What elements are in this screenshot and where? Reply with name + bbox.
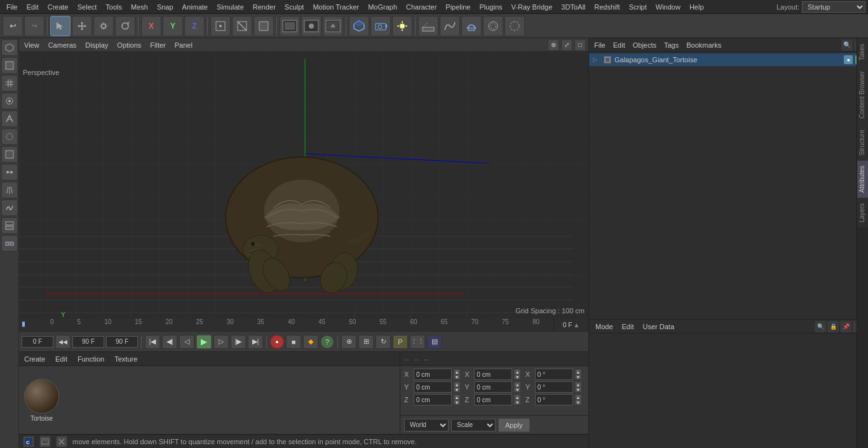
tl-goto-end-btn[interactable]: ▶| [248, 335, 263, 349]
attr-tab-userdata[interactable]: User Data [641, 322, 677, 332]
select-tool-button[interactable] [50, 16, 71, 36]
scale-tool-button[interactable] [93, 16, 114, 36]
coord-size-y-up[interactable]: ▲ [514, 382, 520, 387]
z-axis-button[interactable]: Z [184, 16, 205, 36]
deformer-button[interactable] [461, 16, 482, 36]
layout-dropdown[interactable]: Startup [802, 1, 865, 13]
coord-size-y-spin[interactable]: ▲ ▼ [514, 382, 520, 392]
vp-menu-filter[interactable]: Filter [147, 40, 168, 50]
vp-maximize-btn[interactable]: □ [574, 39, 586, 51]
menu-snap[interactable]: Snap [153, 2, 177, 12]
scale-dropdown[interactable]: Scale [451, 419, 496, 431]
obj-expand-tortoise[interactable]: ▷ [593, 57, 600, 63]
menu-sculpt[interactable]: Sculpt [281, 2, 308, 12]
menu-mograph[interactable]: MoGraph [364, 2, 401, 12]
y-axis-button[interactable]: Y [163, 16, 183, 36]
material-ball-tortoise[interactable] [24, 379, 59, 414]
tl-prev-frame-btn[interactable]: ◀| [162, 335, 177, 349]
coord-pos-y-down[interactable]: ▼ [454, 387, 460, 392]
obj-row-tortoise[interactable]: ▷ Galapagos_Giant_Tortoise ■ ■ [589, 53, 868, 66]
mat-menu-edit[interactable]: Edit [53, 354, 70, 364]
tl-prev-keyframe-btn[interactable]: ◁ [179, 335, 194, 349]
vp-menu-display[interactable]: Display [83, 40, 111, 50]
mat-menu-function[interactable]: Function [75, 354, 107, 364]
menu-animate[interactable]: Animate [179, 2, 212, 12]
coord-rot-y-field[interactable] [535, 381, 573, 393]
coord-size-z-up[interactable]: ▲ [514, 395, 520, 400]
coord-size-x-spin[interactable]: ▲ ▼ [514, 369, 520, 379]
sculpt-brush-button[interactable] [505, 16, 525, 36]
tl-scale-tool-btn[interactable]: ⊞ [358, 335, 374, 349]
attr-search-btn[interactable]: 🔍 [815, 321, 826, 332]
coord-pos-y-up[interactable]: ▲ [454, 382, 460, 387]
sidebar-sculpt[interactable] [1, 128, 18, 145]
coord-rot-z-down[interactable]: ▼ [575, 400, 581, 405]
obj-menu-file[interactable]: File [592, 40, 608, 50]
menu-help[interactable]: Help [686, 2, 708, 12]
menu-redshift[interactable]: Redshift [590, 2, 623, 12]
sidebar-polygon-mode[interactable] [1, 57, 18, 74]
menu-select[interactable]: Select [74, 2, 101, 12]
tl-move-tool-btn[interactable]: ⊕ [341, 335, 356, 349]
sidebar-mograph[interactable] [1, 235, 18, 252]
vp-menu-panel[interactable]: Panel [172, 40, 195, 50]
menu-render[interactable]: Render [249, 2, 280, 12]
obj-tag-blue[interactable]: ■ [844, 55, 853, 64]
coord-pos-z-spin[interactable]: ▲ ▼ [454, 395, 460, 405]
menu-mesh[interactable]: Mesh [127, 2, 152, 12]
tl-preset-btn[interactable]: P [393, 335, 408, 349]
mat-menu-create[interactable]: Create [22, 354, 48, 364]
obj-list[interactable]: ▷ Galapagos_Giant_Tortoise ■ ■ [589, 52, 868, 319]
coord-rot-z-up[interactable]: ▲ [575, 395, 581, 400]
tl-record-btn[interactable]: ● [270, 335, 284, 349]
vp-move-btn[interactable]: ⤢ [561, 39, 573, 51]
tl-rotate-tool-btn[interactable]: ↻ [376, 335, 391, 349]
world-dropdown[interactable]: World [404, 419, 449, 431]
sidebar-grid-mode[interactable] [1, 75, 18, 92]
coord-pos-x-field[interactable] [414, 369, 452, 380]
vp-lock-btn[interactable]: ⊕ [548, 39, 559, 51]
tl-stop-btn[interactable]: ■ [286, 335, 301, 349]
menu-file[interactable]: File [3, 2, 22, 12]
menu-edit[interactable]: Edit [23, 2, 43, 12]
coord-rot-z-spin[interactable]: ▲ ▼ [575, 395, 581, 405]
viewport[interactable]: View Cameras Display Options Filter Pane… [19, 38, 588, 318]
vtab-layers[interactable]: Layers [857, 198, 868, 227]
close-icon[interactable] [56, 436, 67, 447]
end-frame-field[interactable] [72, 336, 104, 348]
menu-window[interactable]: Window [652, 2, 684, 12]
tl-help-btn[interactable]: ? [320, 335, 334, 349]
tl-grid-btn[interactable]: ⋮⋮ [410, 335, 425, 349]
coord-rot-x-field[interactable] [535, 369, 573, 380]
coord-rot-z-field[interactable] [535, 394, 573, 405]
end-frame-field-2[interactable] [106, 336, 138, 348]
point-mode-button[interactable] [210, 16, 231, 36]
menu-character[interactable]: Character [402, 2, 440, 12]
tl-goto-start-btn[interactable]: |◀ [145, 335, 160, 349]
coord-size-z-spin[interactable]: ▲ ▼ [514, 395, 520, 405]
coord-rot-x-spin[interactable]: ▲ ▼ [575, 369, 581, 379]
timeline-ruler[interactable]: ▮ 0 5 10 15 20 25 30 35 40 45 50 55 60 6… [19, 318, 588, 331]
attr-tab-mode[interactable]: Mode [593, 322, 616, 332]
vp-menu-view[interactable]: View [22, 40, 42, 50]
field-button[interactable] [483, 16, 503, 36]
sidebar-modeling[interactable] [1, 111, 18, 127]
vp-menu-options[interactable]: Options [114, 40, 144, 50]
frame-arrows[interactable]: ▲ [573, 322, 580, 329]
menu-motion-tracker[interactable]: Motion Tracker [309, 2, 363, 12]
spline-button[interactable] [440, 16, 460, 36]
menu-plugins[interactable]: Plugins [475, 2, 506, 12]
coord-size-x-down[interactable]: ▼ [514, 374, 520, 379]
undo-button[interactable]: ↩ [3, 16, 23, 36]
move-tool-button[interactable] [72, 16, 92, 36]
coord-size-x-field[interactable] [474, 369, 512, 380]
sidebar-hair[interactable] [1, 182, 18, 198]
coord-size-y-down[interactable]: ▼ [514, 387, 520, 392]
coord-pos-x-up[interactable]: ▲ [454, 369, 460, 374]
attr-lock-btn[interactable]: 🔒 [827, 321, 839, 332]
render-view-button[interactable] [301, 16, 322, 36]
coord-size-z-down[interactable]: ▼ [514, 400, 520, 405]
camera-button[interactable] [370, 16, 391, 36]
coord-pos-z-down[interactable]: ▼ [454, 400, 460, 405]
menu-3dtoall[interactable]: 3DToAll [557, 2, 589, 12]
